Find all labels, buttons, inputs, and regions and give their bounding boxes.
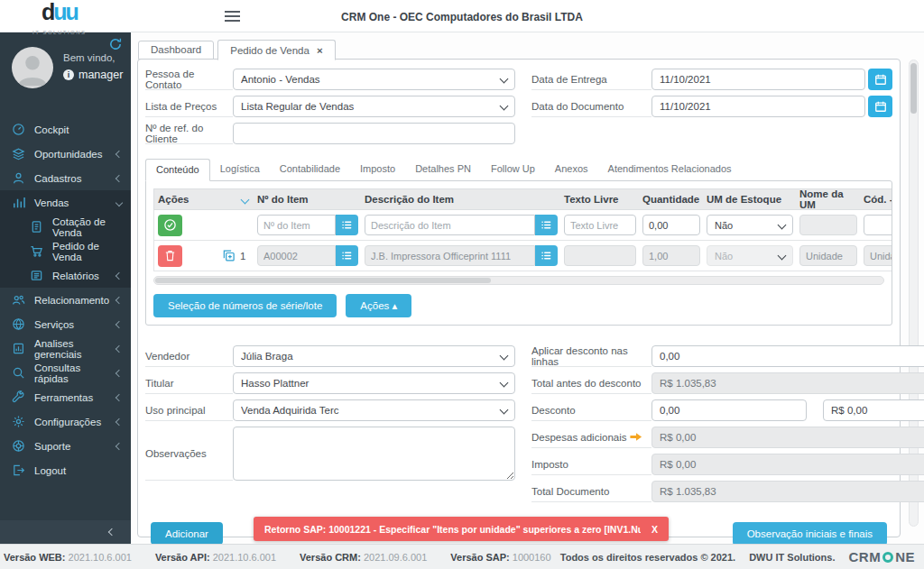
column-menu-chevron-icon[interactable] — [241, 195, 250, 204]
sidebar-item-label: Cotação de Venda — [52, 216, 122, 238]
texto-livre-input[interactable] — [564, 215, 636, 235]
column-header-label: Nome da UM — [799, 188, 857, 210]
detail-tab-imposto[interactable]: Imposto — [350, 159, 405, 180]
ref-cliente-input[interactable] — [233, 123, 515, 144]
support-icon — [12, 439, 25, 453]
delete-row-button[interactable] — [158, 245, 182, 267]
vertical-scrollbar-thumb[interactable] — [910, 63, 917, 114]
people-icon — [12, 293, 25, 307]
horizontal-scrollbar-thumb[interactable] — [155, 278, 491, 283]
uso-principal-select[interactable]: Venda Adquirida Terc — [233, 399, 515, 421]
adicionar-button[interactable]: Adicionar — [151, 522, 223, 545]
pessoa-contato-select[interactable]: Antonio - Vendas — [233, 69, 515, 90]
aplicar-desconto-label: Aplicar desconto nas linhas — [531, 345, 651, 367]
sidebar-item-cockpit[interactable]: Cockpit — [0, 117, 131, 142]
detail-tab-detalhes-pn[interactable]: Detalhes PN — [405, 159, 481, 180]
refresh-icon[interactable] — [108, 37, 123, 54]
cod-descr-input — [864, 245, 892, 266]
table-cell — [257, 210, 358, 240]
tab-close-icon[interactable]: × — [317, 45, 323, 57]
toast-close-icon[interactable]: X — [651, 524, 658, 535]
ref-cliente-label: Nº de ref. do Cliente — [145, 123, 233, 144]
quantidade-input[interactable] — [642, 215, 700, 235]
table-cell: Texto Livre — [564, 189, 636, 209]
item-code-list-button[interactable] — [336, 245, 358, 266]
sidebar-item-relacionamento[interactable]: Relacionamento — [0, 288, 131, 312]
input-with-list — [365, 245, 558, 266]
tab-dashboard[interactable]: Dashboard — [138, 41, 214, 60]
table-cell: Ações — [158, 189, 208, 209]
aplicar-desconto-input[interactable] — [651, 345, 924, 367]
tab-pedido-de-venda[interactable]: Pedido de Venda× — [217, 40, 335, 60]
document-icon — [30, 220, 43, 234]
sidebar-item-analises-gerenciais[interactable]: Analises gerenciais — [0, 336, 131, 361]
table-cell — [215, 189, 251, 209]
sidebar-item-oportunidades[interactable]: Oportunidades — [0, 142, 131, 166]
detail-tab-anexos[interactable]: Anexos — [545, 159, 598, 180]
sidebar-item-pedido-de-venda[interactable]: Pedido de Venda — [0, 239, 131, 263]
item-desc-input[interactable] — [365, 215, 535, 235]
sidebar-item-servicos[interactable]: Serviços — [0, 312, 131, 336]
data-documento-input[interactable] — [651, 96, 865, 117]
table-header-row: AçõesNº do ItemDescrição do ItemTexto Li… — [153, 188, 892, 210]
sidebar-item-configuracoes[interactable]: Configurações — [0, 409, 131, 434]
detail-tab-conteúdo[interactable]: Conteúdo — [145, 159, 210, 181]
item-code-input — [257, 245, 336, 266]
data-documento-calendar-button[interactable] — [868, 96, 892, 117]
sidebar-item-logout[interactable]: Logout — [0, 458, 131, 482]
vendedor-select[interactable]: Júlia Braga — [233, 345, 515, 367]
sidebar-item-cotacao-de-venda[interactable]: Cotação de Venda — [0, 215, 131, 239]
detail-tab-logística[interactable]: Logística — [210, 159, 270, 180]
lista-precos-label: Lista de Preços — [145, 96, 233, 117]
acoes-dropdown-button[interactable]: Ações ▴ — [346, 294, 411, 317]
table-cell — [158, 210, 208, 240]
version-info: Versão WEB: 2021.10.6.001Versão API: 202… — [4, 552, 551, 563]
desconto-valor-input[interactable] — [823, 399, 924, 421]
confirm-row-button[interactable] — [158, 215, 182, 236]
sidebar-item-suporte[interactable]: Suporte — [0, 434, 131, 458]
desconto-label: Desconto — [531, 399, 651, 421]
observacao-iniciais-finais-button[interactable]: Observação iniciais e finais — [733, 522, 887, 546]
selecao-serie-lote-button[interactable]: Seleção de números de série/lote — [153, 294, 337, 317]
column-header-label: Ações — [158, 194, 189, 205]
data-entrega-calendar-button[interactable] — [868, 69, 892, 90]
main-area: DashboardPedido de Venda× Pessoa de Cont… — [131, 32, 924, 544]
detail-tab-follow-up[interactable]: Follow Up — [481, 159, 545, 180]
item-desc-list-button[interactable] — [535, 245, 558, 266]
um-estoque-select[interactable]: Não — [707, 215, 793, 235]
sidebar-item-vendas[interactable]: Vendas — [0, 190, 131, 215]
sidebar-item-relatorios[interactable]: Relatórios — [0, 263, 131, 288]
duplicate-row-icon[interactable] — [222, 249, 236, 262]
despesas-arrow-icon[interactable] — [629, 430, 642, 444]
item-code-list-button[interactable] — [336, 215, 358, 235]
item-code-input[interactable] — [257, 215, 336, 235]
titular-select[interactable]: Hasso Plattner — [233, 372, 515, 394]
sidebar-item-ferramentas[interactable]: Ferramentas — [0, 385, 131, 409]
desconto-percent-input[interactable] — [651, 399, 807, 421]
uso-principal-label: Uso principal — [145, 399, 233, 421]
lista-precos-select[interactable]: Lista Regular de Vendas — [233, 96, 515, 117]
items-table: AçõesNº do ItemDescrição do ItemTexto Li… — [153, 188, 884, 271]
username: manager — [79, 69, 123, 81]
sidebar-item-label: Pedido de Venda — [52, 241, 122, 262]
item-desc-list-button[interactable] — [535, 215, 558, 235]
data-entrega-input[interactable] — [651, 69, 865, 90]
sidebar-collapse[interactable] — [0, 520, 131, 544]
item-desc-input — [365, 245, 535, 266]
sidebar-item-cadastros[interactable]: Cadastros — [0, 166, 131, 190]
table-cell — [564, 210, 636, 240]
copyright-text: Todos os direitos reservados © 2021. — [560, 552, 735, 563]
footer: Versão WEB: 2021.10.6.001Versão API: 202… — [0, 544, 924, 569]
cod-descr-input[interactable] — [864, 215, 892, 235]
search-icon — [12, 366, 25, 380]
observacoes-label: Observações — [145, 427, 233, 481]
imposto-value: R$ 0,00 — [651, 454, 924, 475]
detail-tab-contabilidade[interactable]: Contabilidade — [270, 159, 350, 180]
titular-label: Titular — [145, 372, 233, 394]
detail-tab-atendimentos-relacionados[interactable]: Atendimentos Relacionados — [598, 159, 742, 180]
tab-label: Pedido de Venda — [230, 45, 310, 57]
pedido-de-venda-panel: Pessoa de Contato Antonio - Vendas Lista… — [137, 59, 901, 537]
sidebar-item-consultas-rapidas[interactable]: Consultas rápidas — [0, 361, 131, 385]
observacoes-textarea[interactable] — [233, 427, 515, 481]
horizontal-scrollbar[interactable] — [153, 276, 884, 285]
